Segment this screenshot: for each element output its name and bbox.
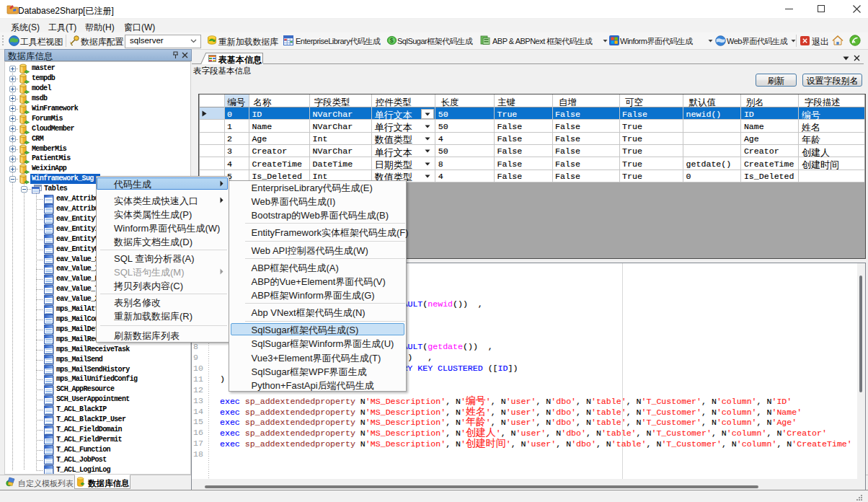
svg-text:$: $ — [390, 37, 394, 44]
